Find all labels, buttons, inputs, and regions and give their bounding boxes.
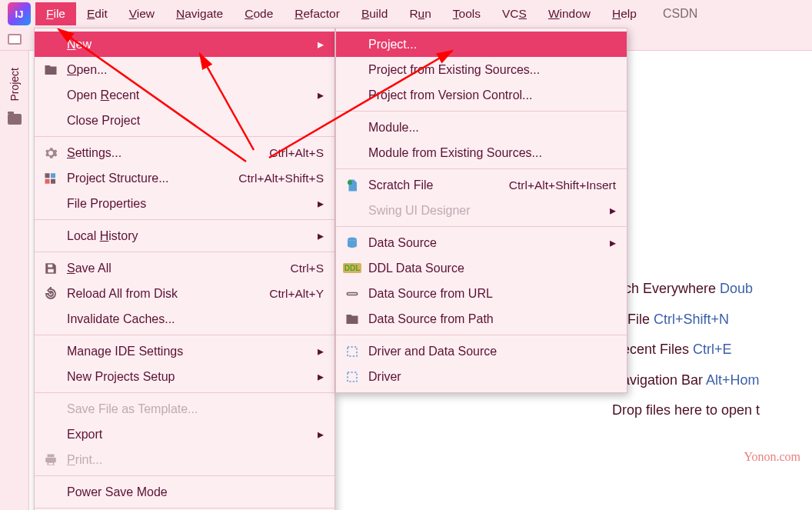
menu-view[interactable]: View: [118, 2, 165, 25]
welcome-hint-line: Recent Files Ctrl+E: [612, 335, 812, 365]
submenu-arrow-icon: ▸: [318, 344, 324, 358]
file-menu-local-history[interactable]: Local History▸: [35, 223, 334, 248]
new-menu-separator: [336, 226, 627, 227]
shortcut-label: Ctrl+S: [291, 262, 324, 275]
struct-icon: [42, 172, 59, 185]
menu-run[interactable]: Run: [398, 2, 441, 25]
new-menu-scratch-file[interactable]: Scratch FileCtrl+Alt+Shift+Insert: [336, 172, 627, 198]
menu-item-label: Project from Version Control...: [368, 88, 616, 102]
file-menu-project-structure[interactable]: Project Structure...Ctrl+Alt+Shift+S: [35, 165, 334, 191]
new-menu-driver-and-data-source[interactable]: Driver and Data Source: [336, 338, 627, 364]
menu-navigate[interactable]: Navigate: [165, 2, 234, 25]
svg-rect-1: [51, 173, 55, 178]
svg-rect-0: [45, 173, 50, 178]
panel-toggle-icon[interactable]: [8, 34, 22, 45]
folder-icon: [344, 312, 361, 326]
menu-refactor[interactable]: Refactor: [284, 2, 351, 25]
new-menu-module-from-existing-sources[interactable]: Module from Existing Sources...: [336, 140, 627, 165]
menu-item-label: Invalidate Caches...: [67, 312, 324, 326]
new-menu-separator: [336, 168, 627, 169]
file-menu-separator: [35, 219, 334, 220]
file-menu-save-all[interactable]: Save AllCtrl+S: [35, 255, 334, 281]
file-menu-reload-all-from-disk[interactable]: Reload All from DiskCtrl+Alt+Y: [35, 281, 334, 306]
new-menu-data-source-from-path[interactable]: Data Source from Path: [336, 306, 627, 332]
file-menu-export[interactable]: Export▸: [35, 422, 334, 447]
menu-item-label: Print...: [67, 453, 324, 467]
driver-icon: [344, 370, 361, 384]
new-menu-project-from-version-control[interactable]: Project from Version Control...: [336, 82, 627, 108]
menu-window[interactable]: Window: [537, 2, 601, 25]
url-icon: [344, 287, 361, 301]
file-menu-new-projects-setup[interactable]: New Projects Setup▸: [35, 364, 334, 389]
new-menu-project[interactable]: Project...: [336, 32, 627, 57]
menu-tools[interactable]: Tools: [442, 2, 491, 25]
menu-item-label: Data Source from Path: [368, 312, 616, 326]
new-menu-swing-ui-designer: Swing UI Designer▸: [336, 198, 627, 223]
file-menu-close-project[interactable]: Close Project: [35, 108, 334, 133]
file-menu-separator: [35, 475, 334, 476]
menu-item-label: DDL Data Source: [368, 262, 616, 275]
new-menu-driver[interactable]: Driver: [336, 364, 627, 389]
menu-item-label: Project...: [368, 38, 616, 52]
file-menu-invalidate-caches[interactable]: Invalidate Caches...: [35, 306, 334, 332]
menu-item-label: Export: [67, 428, 324, 442]
file-menu-separator: [35, 252, 334, 252]
svg-point-4: [348, 180, 352, 185]
menu-item-label: Scratch File: [368, 178, 509, 192]
file-menu-separator: [35, 136, 334, 137]
save-icon: [42, 262, 59, 275]
svg-point-5: [348, 237, 357, 241]
menu-item-label: Save All: [67, 262, 291, 275]
project-tab[interactable]: Project: [8, 63, 21, 106]
submenu-arrow-icon: ▸: [318, 196, 324, 211]
file-menu-separator: [35, 392, 334, 393]
welcome-hint-line: arch Everywhere Doub: [612, 274, 812, 305]
shortcut-label: Ctrl+Alt+Shift+S: [238, 172, 324, 185]
welcome-hint-line: Drop files here to open t: [612, 395, 812, 426]
file-menu-save-file-as-template: Save File as Template...: [35, 396, 334, 422]
file-menu-manage-ide-settings[interactable]: Manage IDE Settings▸: [35, 338, 334, 364]
menu-item-label: New: [67, 38, 324, 52]
menu-edit[interactable]: Edit: [76, 2, 118, 25]
app-logo-icon: IJ: [8, 2, 31, 25]
new-menu-module[interactable]: Module...: [336, 115, 627, 140]
file-menu-open-recent[interactable]: Open Recent▸: [35, 82, 334, 108]
submenu-arrow-icon: ▸: [610, 203, 616, 218]
new-menu-separator: [336, 111, 627, 112]
new-menu-separator: [336, 335, 627, 335]
file-menu-open[interactable]: Open...: [35, 57, 334, 82]
menu-item-label: Open...: [67, 63, 324, 77]
menu-help[interactable]: Help: [601, 2, 647, 25]
menu-item-label: Module from Existing Sources...: [368, 146, 616, 160]
welcome-hint-line: Navigation Bar Alt+Hom: [612, 365, 812, 396]
menu-item-label: Settings...: [67, 146, 269, 160]
csdn-label: CSDN: [663, 7, 697, 21]
file-menu-file-properties[interactable]: File Properties▸: [35, 191, 334, 216]
submenu-arrow-icon: ▸: [318, 369, 324, 384]
project-toolwindow-sidebar: Project: [0, 51, 29, 510]
menu-item-label: Data Source: [368, 236, 616, 250]
menu-item-label: File Properties: [67, 197, 324, 211]
menu-build[interactable]: Build: [351, 2, 398, 25]
folder-icon: [8, 114, 22, 125]
welcome-hints: arch Everywhere Doub to File Ctrl+Shift+…: [612, 274, 812, 426]
file-menu-new[interactable]: New▸: [35, 32, 334, 57]
new-menu-project-from-existing-sources[interactable]: Project from Existing Sources...: [336, 57, 627, 82]
svg-rect-2: [45, 178, 50, 183]
menu-item-label: Local History: [67, 229, 324, 243]
submenu-arrow-icon: ▸: [610, 235, 616, 250]
new-menu-data-source[interactable]: Data Source▸: [336, 230, 627, 255]
new-menu-ddl-data-source[interactable]: DDLDDL Data Source: [336, 255, 627, 281]
submenu-arrow-icon: ▸: [318, 228, 324, 243]
menu-vcs[interactable]: VCS: [491, 2, 537, 25]
driver-icon: [344, 345, 361, 358]
new-menu-data-source-from-url[interactable]: Data Source from URL: [336, 281, 627, 306]
menu-file[interactable]: File: [35, 2, 76, 25]
menu-code[interactable]: Code: [234, 2, 284, 25]
menu-item-label: Open Recent: [67, 88, 324, 102]
submenu-arrow-icon: ▸: [318, 88, 324, 102]
menu-item-label: New Projects Setup: [67, 370, 324, 384]
file-menu-settings[interactable]: Settings...Ctrl+Alt+S: [35, 140, 334, 165]
svg-rect-7: [348, 347, 357, 356]
file-menu-power-save-mode[interactable]: Power Save Mode: [35, 479, 334, 505]
